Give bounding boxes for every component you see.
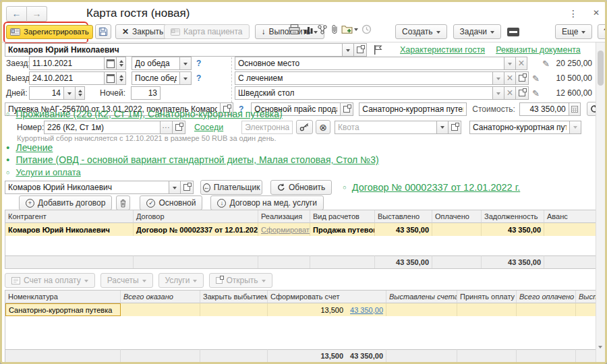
pencil-icon[interactable]: ✎ bbox=[532, 73, 540, 84]
form-realization-link[interactable]: Сформировать bbox=[261, 226, 310, 234]
departure-help-icon[interactable]: ? bbox=[196, 73, 201, 83]
meals-header-link[interactable]: Питание (ОВД - основной вариант стандарт… bbox=[16, 154, 378, 165]
col-header[interactable]: Задолженность bbox=[482, 210, 544, 223]
refresh-contracts-button[interactable]: Обновить bbox=[270, 180, 332, 195]
table-row[interactable]: Комаров Юрий Николаевич Договор № 000023… bbox=[5, 223, 597, 236]
room-package-select[interactable]: Санаторно-курортная путевка bbox=[469, 121, 570, 134]
calculations-button[interactable]: Расчеты bbox=[100, 273, 153, 288]
col-header[interactable]: Всего оплачено bbox=[517, 291, 576, 303]
quota-field[interactable]: Квота bbox=[335, 121, 437, 134]
col-header[interactable]: Реализация bbox=[258, 210, 310, 223]
tasks-button[interactable]: Задачи bbox=[453, 24, 501, 39]
print-icon[interactable] bbox=[289, 24, 300, 34]
col-header[interactable]: Вид расчетов bbox=[310, 210, 375, 223]
patient-card-button[interactable]: Карта пациента bbox=[164, 24, 250, 39]
services-button[interactable]: Услуги bbox=[158, 273, 204, 288]
price-type-open-button[interactable] bbox=[341, 102, 353, 116]
open-button[interactable]: Открыть bbox=[209, 273, 272, 288]
col-header[interactable]: Оплачено bbox=[432, 210, 482, 223]
tariff-meals-dropdown[interactable] bbox=[493, 86, 504, 100]
departure-time-dropdown[interactable] bbox=[180, 71, 192, 85]
chart-icon[interactable] bbox=[304, 25, 314, 34]
flag-icon[interactable] bbox=[373, 44, 382, 55]
col-header[interactable]: Выставлено bbox=[375, 210, 432, 223]
col-header[interactable]: Сформировать счет bbox=[268, 291, 386, 303]
guest-open-button[interactable] bbox=[354, 43, 367, 57]
arrival-time-dropdown[interactable] bbox=[180, 57, 192, 70]
payer-dropdown[interactable] bbox=[169, 181, 181, 194]
days-field[interactable]: 14 bbox=[29, 86, 64, 100]
treatment-header-link[interactable]: Лечение bbox=[16, 142, 53, 153]
pencil-icon[interactable]: ✎ bbox=[532, 88, 540, 98]
vertical-scrollbar[interactable] bbox=[596, 42, 605, 362]
payer-field[interactable]: Комаров Юрий Николаевич bbox=[5, 181, 169, 194]
room-number-field[interactable]: 226 (К2, Ст 1м) bbox=[44, 121, 161, 134]
tariff-treatment-clear-button[interactable]: × bbox=[504, 71, 516, 85]
guest-characteristics-link[interactable]: Характеристики гостя bbox=[400, 45, 485, 55]
invoice-button[interactable]: Счет на оплату bbox=[5, 273, 95, 288]
save-button[interactable] bbox=[95, 24, 111, 39]
ecard-field[interactable]: Электронная к... bbox=[241, 121, 293, 134]
arrival-time-select[interactable]: До обеда bbox=[132, 57, 180, 70]
payer-open-button[interactable] bbox=[181, 181, 194, 194]
arrival-calendar-button[interactable] bbox=[105, 57, 117, 70]
delete-contract-button[interactable] bbox=[116, 195, 130, 210]
col-header[interactable]: Выставить bbox=[576, 291, 597, 303]
tariff-main-dropdown[interactable] bbox=[504, 57, 516, 70]
card-cancel-button[interactable]: ⊗ bbox=[316, 120, 330, 134]
tariff-main-field[interactable]: Основное место bbox=[235, 57, 504, 70]
tariff-meals-open-button[interactable] bbox=[516, 86, 529, 100]
window-menu-icon[interactable]: ⋮ bbox=[569, 8, 578, 19]
col-header[interactable]: Принять оплату bbox=[457, 291, 517, 303]
tariff-meals-clear-button[interactable]: × bbox=[504, 86, 516, 100]
room-select-button[interactable]: ... bbox=[161, 121, 173, 134]
invoice-amount-link[interactable]: 43 350,00 bbox=[350, 306, 383, 314]
tariff-main-clear-button[interactable]: × bbox=[516, 57, 527, 70]
cost-field[interactable]: 43 350,00 bbox=[519, 102, 569, 116]
room-open-button[interactable] bbox=[173, 121, 185, 134]
arrival-help-icon[interactable]: ? bbox=[196, 59, 201, 68]
tariff-treatment-open-button[interactable] bbox=[516, 71, 529, 85]
add-contract-button[interactable]: + Добавить договор bbox=[19, 195, 112, 210]
guest-name-field[interactable]: Комаров Юрий Николаевич bbox=[5, 43, 343, 57]
scrollbar-thumb[interactable] bbox=[598, 51, 604, 86]
col-header[interactable]: Номенклатура bbox=[5, 291, 121, 303]
attach-folder-button[interactable] bbox=[341, 25, 358, 34]
services-header-link[interactable]: Услуги и оплата bbox=[16, 167, 80, 177]
quota-open-button[interactable] bbox=[449, 121, 461, 134]
col-header[interactable]: Выставлены счета bbox=[386, 291, 457, 303]
quota-dropdown[interactable] bbox=[437, 121, 449, 134]
scrollbar-down-arrow[interactable] bbox=[598, 348, 602, 361]
more-button[interactable]: Еще bbox=[555, 24, 592, 39]
accommodation-header-link[interactable]: Проживание (226 (К2, Ст 1м), Санаторно-к… bbox=[16, 109, 282, 119]
structure-icon[interactable] bbox=[317, 25, 328, 34]
pencil-icon[interactable]: ✎ bbox=[542, 59, 550, 69]
paperclip-icon[interactable] bbox=[331, 24, 338, 34]
document-requisites-link[interactable]: Реквизиты документа bbox=[496, 45, 581, 55]
create-button[interactable]: Создать bbox=[395, 24, 447, 39]
arrival-date-field[interactable]: 11.10.2021 bbox=[29, 57, 105, 70]
help-button[interactable]: ? bbox=[598, 24, 607, 39]
close-button[interactable]: ✕ Закрыть bbox=[115, 24, 170, 39]
guest-dropdown-button[interactable] bbox=[343, 43, 354, 57]
col-header[interactable]: Договор bbox=[134, 210, 258, 223]
arrival-spinner[interactable] bbox=[117, 57, 126, 70]
main-contract-button[interactable]: ✓ Основной bbox=[140, 195, 202, 210]
neighbors-link[interactable]: Соседи bbox=[194, 123, 223, 132]
room-package-dropdown[interactable] bbox=[570, 121, 581, 134]
tariff-treatment-field[interactable]: С лечением bbox=[235, 71, 493, 85]
departure-calendar-button[interactable] bbox=[105, 71, 117, 85]
col-header[interactable]: Всего оказано bbox=[121, 291, 200, 303]
history-icon[interactable] bbox=[362, 24, 372, 34]
window-close-icon[interactable]: ✕ bbox=[593, 8, 600, 19]
payer-button[interactable]: ← Плательщик bbox=[200, 180, 262, 195]
col-header[interactable]: Аванс bbox=[544, 210, 597, 223]
contract-link[interactable]: Договор № 00002337 от 12.01.2022 г. bbox=[352, 182, 520, 193]
package-field[interactable]: Санаторно-курортная путевка bbox=[359, 102, 467, 116]
back-button[interactable]: ← bbox=[6, 6, 27, 22]
register-button[interactable]: Зарегистрировать bbox=[6, 25, 93, 39]
key-button[interactable] bbox=[296, 120, 313, 134]
departure-time-select[interactable]: После обеда bbox=[132, 71, 180, 85]
col-header[interactable]: Закрыть выбытием bbox=[200, 291, 268, 303]
inbox-icon[interactable] bbox=[507, 28, 519, 36]
